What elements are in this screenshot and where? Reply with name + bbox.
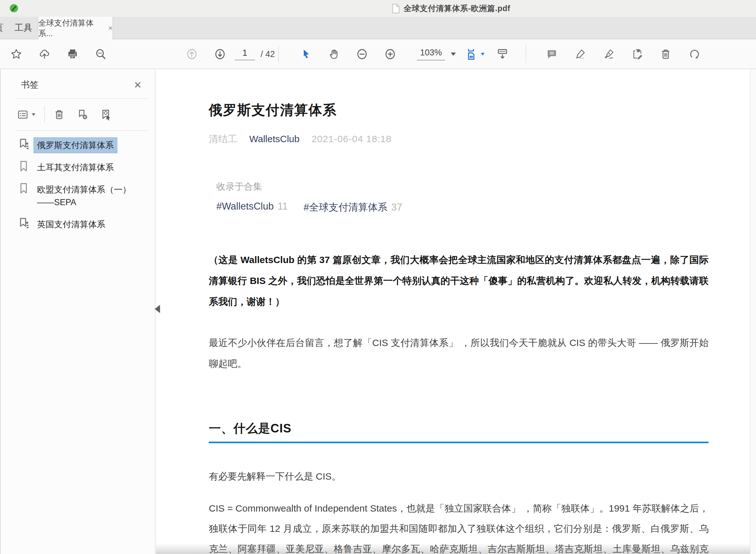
bookmark-item-turkey[interactable]: 土耳其支付清算体系: [19, 160, 150, 175]
page-fit-dropdown-icon[interactable]: [481, 53, 485, 55]
article-datetime: 2021-06-04 18:18: [312, 133, 392, 144]
tab-home-partial[interactable]: 页: [0, 17, 8, 39]
search-icon[interactable]: [95, 48, 107, 60]
section-heading-rule: [209, 442, 708, 443]
hand-tool-icon[interactable]: [328, 48, 340, 60]
bookmark-label: 土耳其支付清算体系: [34, 160, 117, 175]
bookmarks-panel: 书签 ✕ 俄罗斯支付清算体系 土耳其支付清算体系: [0, 69, 155, 554]
tab-document-active[interactable]: 全球支付清算体系... ×: [38, 17, 113, 40]
bookmark-with-sections-icon: [19, 138, 29, 150]
sidebar-collapse-icon[interactable]: [155, 305, 160, 313]
article-byline: 清结工 WalletsClub 2021-06-04 18:18: [209, 133, 708, 146]
section-heading: 一、什么是CIS: [209, 421, 708, 437]
page-fit-mode-icon[interactable]: [465, 48, 478, 60]
bookmark-icon: [19, 183, 29, 194]
paragraph-cis: CIS = Commonwealth of Independent States…: [209, 498, 708, 554]
bookmarks-panel-title: 书签: [21, 79, 39, 91]
document-icon: [392, 4, 400, 13]
collection-label: 收录于合集: [216, 180, 708, 193]
bookmark-label: 俄罗斯支付清算体系: [34, 138, 117, 153]
pdf-viewer-window: { "window": { "title": "全球支付清算体系-欧洲篇.pdf…: [0, 0, 756, 554]
page-total-label: / 42: [261, 49, 275, 59]
window-title-text: 全球支付清算体系-欧洲篇.pdf: [403, 3, 510, 14]
main-toolbar: 1 / 42 103%: [0, 39, 756, 69]
tab-document-label: 全球支付清算体系...: [38, 18, 103, 39]
bookmark-item-russia[interactable]: 俄罗斯支付清算体系: [19, 138, 150, 153]
next-page-icon[interactable]: [214, 48, 226, 60]
toolbar-separator: [526, 46, 526, 63]
tab-bar: 页 工具 全球支付清算体系... ×: [0, 17, 756, 39]
bookmark-item-uk[interactable]: 英国支付清算体系: [19, 217, 150, 232]
window-titlebar: 全球支付清算体系-欧洲篇.pdf: [0, 0, 756, 17]
zoom-level-value[interactable]: 103%: [417, 48, 445, 60]
bookmarks-close-icon[interactable]: ✕: [134, 79, 142, 91]
delete-bookmark-icon[interactable]: [54, 109, 65, 120]
star-icon[interactable]: [10, 48, 22, 60]
collection-tag: #全球支付清算体系37: [304, 201, 402, 214]
previous-page-icon[interactable]: [186, 48, 198, 60]
bookmark-label: 欧盟支付清算体系（一）——SEPA: [34, 182, 138, 210]
window-title: 全球支付清算体系-欧洲篇.pdf: [392, 3, 510, 14]
toolbar-separator: [278, 46, 279, 63]
bookmark-options-dropdown-icon[interactable]: [32, 113, 36, 116]
add-bookmark-icon[interactable]: [77, 109, 88, 120]
fill-sign-icon[interactable]: [603, 48, 615, 60]
comment-icon[interactable]: [546, 48, 558, 60]
collection-block: 收录于合集 #WalletsClub11 #全球支付清算体系37: [209, 180, 708, 214]
collection-tag: #WalletsClub11: [216, 201, 288, 214]
vertical-scrollbar[interactable]: [750, 69, 756, 554]
locate-bookmark-icon[interactable]: [100, 109, 112, 120]
article-account: WalletsClub: [249, 133, 300, 144]
paragraph-notice: （这是 WalletsClub 的第 37 篇原创文章，我们大概率会把全球主流国…: [209, 250, 708, 312]
edit-pages-icon[interactable]: [631, 48, 643, 60]
bookmark-icon: [19, 161, 29, 172]
article-title: 俄罗斯支付清算体系: [209, 101, 708, 119]
print-icon[interactable]: [67, 48, 78, 60]
document-view: 俄罗斯支付清算体系 清结工 WalletsClub 2021-06-04 18:…: [156, 69, 756, 554]
zoom-out-icon[interactable]: [356, 48, 368, 60]
tab-close-icon[interactable]: ×: [108, 24, 113, 33]
zoom-in-icon[interactable]: [384, 48, 396, 60]
bookmark-label: 英国支付清算体系: [34, 217, 109, 232]
pdf-page: 俄罗斯支付清算体系 清结工 WalletsClub 2021-06-04 18:…: [156, 69, 712, 554]
bookmark-item-eu-sepa[interactable]: 欧盟支付清算体系（一）——SEPA: [19, 182, 150, 210]
tab-tools[interactable]: 工具: [8, 17, 39, 39]
cloud-upload-icon[interactable]: [39, 48, 50, 60]
window-control-icon[interactable]: [10, 4, 18, 12]
bookmark-options-icon[interactable]: [17, 109, 28, 120]
paragraph-intro: 最近不少小伙伴在后台留言，想了解「CIS 支付清算体系」 ，所以我们今天干脆就从…: [209, 332, 708, 374]
restore-icon[interactable]: [688, 48, 700, 60]
article-author: 清结工: [209, 133, 237, 146]
separator: [44, 106, 45, 123]
hide-toolbar-icon[interactable]: [497, 48, 508, 60]
delete-icon[interactable]: [660, 48, 672, 60]
highlighter-icon[interactable]: [574, 48, 586, 60]
paragraph-explain: 有必要先解释一下什么是 CIS。: [209, 466, 708, 487]
bookmark-with-sections-icon: [19, 218, 29, 229]
zoom-dropdown-icon[interactable]: [451, 53, 456, 56]
page-number-input[interactable]: 1: [235, 48, 255, 60]
bookmark-list: 俄罗斯支付清算体系 土耳其支付清算体系 欧盟支付清算体系（一）——SEPA 英国…: [1, 131, 155, 232]
select-tool-icon[interactable]: [300, 48, 312, 60]
